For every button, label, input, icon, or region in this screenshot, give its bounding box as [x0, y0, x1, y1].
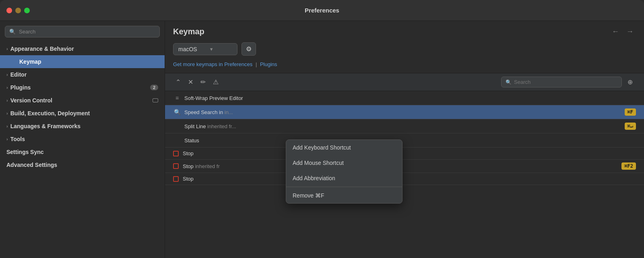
context-menu-item-add-abbreviation[interactable]: Add Abbreviation: [286, 171, 402, 186]
shortcut-group: ⌘F2: [621, 162, 636, 170]
sidebar-item-appearance[interactable]: › Appearance & Behavior: [0, 42, 165, 55]
chevron-right-icon: ›: [6, 72, 8, 77]
warning-button[interactable]: ⚠: [211, 77, 221, 87]
table-row[interactable]: Stop: [165, 173, 644, 185]
vcs-indicator: [153, 98, 158, 102]
search-icon: 🔍: [173, 108, 181, 116]
chevron-right-icon: ›: [6, 124, 8, 129]
item-icon: [173, 122, 181, 130]
sidebar-item-tools[interactable]: › Tools: [0, 133, 165, 146]
preferences-link[interactable]: Get more keymaps in Preferences: [173, 61, 252, 67]
table-row[interactable]: Status: [165, 133, 644, 148]
context-menu: Add Keyboard Shortcut Add Mouse Shortcut…: [286, 139, 402, 204]
plugins-link[interactable]: Plugins: [260, 61, 277, 67]
back-arrow[interactable]: ←: [609, 27, 621, 37]
page-title: Keymap: [173, 27, 204, 36]
stop-icon: [173, 176, 179, 182]
chevron-right-icon: ›: [6, 111, 8, 116]
keymap-search[interactable]: 🔍: [501, 77, 622, 87]
table-row[interactable]: ≡ Soft-Wrap Preview Editor: [165, 91, 644, 105]
sidebar-item-settings-sync[interactable]: Settings Sync: [0, 146, 165, 158]
sidebar-item-editor[interactable]: › Editor: [0, 68, 165, 81]
content-area: 🔍 › Appearance & Behavior Keymap › Edito…: [0, 21, 644, 258]
preferences-window: Preferences 🔍 › Appearance & Behavior Ke…: [0, 0, 644, 258]
shortcut-group: ⌘F: [625, 108, 636, 116]
header-top: Keymap ← →: [173, 27, 636, 37]
sidebar-item-label: Languages & Frameworks: [10, 123, 80, 129]
shortcut-badge: ⌘↵: [625, 123, 636, 130]
sidebar-item-vcs[interactable]: › Version Control: [0, 94, 165, 107]
keymap-selector[interactable]: macOS ▼: [173, 43, 237, 55]
context-menu-item-add-mouse[interactable]: Add Mouse Shortcut: [286, 155, 402, 171]
shortcut-group: ⌘↵: [625, 123, 636, 130]
context-menu-item-add-keyboard[interactable]: Add Keyboard Shortcut: [286, 140, 402, 155]
row-label: Speed Search in in...: [184, 109, 625, 115]
chevron-right-icon: ›: [6, 85, 8, 90]
keymap-controls: macOS ▼ ⚙: [173, 42, 636, 56]
sidebar-item-advanced[interactable]: Advanced Settings: [0, 158, 165, 171]
expand-all-button[interactable]: ⌃: [173, 77, 183, 87]
stop-icon: [173, 163, 179, 169]
sidebar-item-label: Editor: [10, 71, 27, 78]
sidebar-item-label: Appearance & Behavior: [10, 46, 74, 52]
sidebar: 🔍 › Appearance & Behavior Keymap › Edito…: [0, 21, 165, 258]
keymap-value: macOS: [178, 46, 197, 52]
chevron-right-icon: ›: [6, 98, 8, 103]
row-label: Stop: [183, 150, 636, 156]
chevron-right-icon: ›: [6, 137, 8, 141]
keymap-toolbar: ⌃ ✕ ✏ ⚠ 🔍 ⊕: [165, 73, 644, 91]
main-content: Keymap ← → macOS ▼ ⚙ Get more keymaps in…: [165, 21, 644, 258]
sidebar-item-build[interactable]: › Build, Execution, Deployment: [0, 107, 165, 120]
context-menu-separator: [286, 187, 402, 187]
row-label: Status: [184, 137, 636, 144]
find-icon[interactable]: ⊕: [624, 77, 636, 87]
row-label: Soft-Wrap Preview Editor: [184, 95, 636, 101]
forward-arrow[interactable]: →: [624, 27, 636, 37]
shortcut-badge: ⌘F: [625, 108, 636, 116]
sidebar-item-languages[interactable]: › Languages & Frameworks: [0, 120, 165, 133]
table-row[interactable]: Stop inherited fr ⌘F2: [165, 160, 644, 173]
keymap-search-input[interactable]: [514, 79, 617, 85]
sidebar-item-label: Build, Execution, Deployment: [10, 110, 90, 117]
search-icon: 🔍: [9, 29, 16, 35]
collapse-all-button[interactable]: ✕: [186, 77, 196, 87]
link-separator: |: [256, 61, 257, 67]
row-label: Split Line inherited fr...: [184, 123, 625, 129]
plugins-badge: 2: [150, 85, 158, 90]
table-row[interactable]: Split Line inherited fr... ⌘↵: [165, 119, 644, 133]
window-title: Preferences: [305, 7, 339, 14]
sidebar-item-label: Plugins: [10, 84, 31, 91]
traffic-lights: [6, 8, 30, 13]
maximize-button[interactable]: [24, 8, 30, 13]
search-icon: 🔍: [506, 79, 512, 85]
row-label: Stop: [183, 176, 636, 182]
sidebar-item-label: Keymap: [19, 58, 41, 65]
sidebar-item-label: Tools: [10, 136, 25, 142]
sidebar-item-label: Settings Sync: [6, 149, 44, 155]
chevron-right-icon: ›: [6, 46, 8, 51]
sidebar-item-label: Version Control: [10, 97, 52, 104]
sidebar-item-keymap[interactable]: Keymap: [0, 55, 165, 68]
stop-icon: [173, 151, 179, 156]
sidebar-item-label: Advanced Settings: [6, 162, 57, 168]
main-header: Keymap ← → macOS ▼ ⚙ Get more keymaps in…: [165, 21, 644, 73]
edit-button[interactable]: ✏: [198, 77, 208, 87]
item-icon: ≡: [173, 94, 181, 102]
nav-arrows: ← →: [609, 27, 636, 37]
sidebar-item-plugins[interactable]: › Plugins 2: [0, 81, 165, 94]
titlebar: Preferences: [0, 0, 644, 21]
keymap-links: Get more keymaps in Preferences | Plugin…: [173, 61, 636, 67]
shortcut-badge: ⌘F2: [621, 162, 636, 170]
context-menu-item-remove[interactable]: Remove ⌘F: [286, 188, 402, 203]
item-icon: [173, 136, 181, 144]
table-row[interactable]: 🔍 Speed Search in in... ⌘F: [165, 105, 644, 119]
close-button[interactable]: [6, 8, 12, 13]
sidebar-search[interactable]: 🔍: [5, 26, 160, 37]
table-row[interactable]: Stop: [165, 148, 644, 160]
gear-button[interactable]: ⚙: [242, 42, 256, 56]
keymap-table[interactable]: ≡ Soft-Wrap Preview Editor 🔍 Speed Searc…: [165, 91, 644, 258]
sidebar-search-input[interactable]: [19, 29, 155, 35]
minimize-button[interactable]: [15, 8, 21, 13]
chevron-down-icon: ▼: [209, 47, 214, 52]
